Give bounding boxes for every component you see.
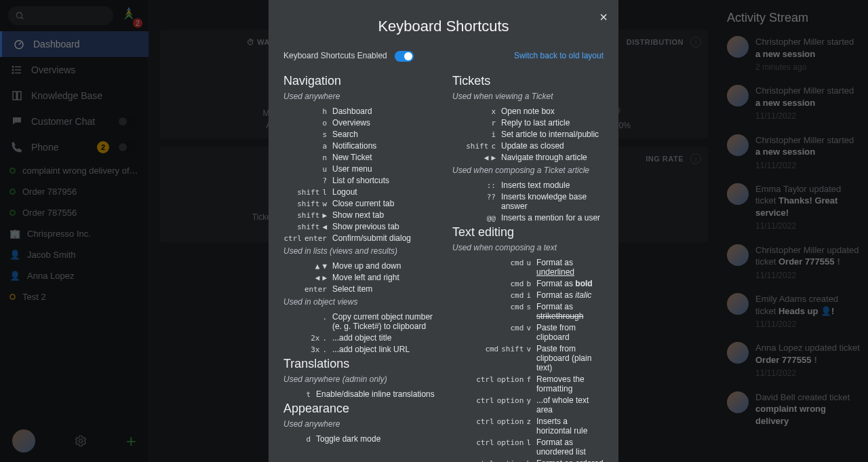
shortcut-row: rReply to last article <box>452 118 604 128</box>
shortcut-desc: Paste from clipboard <box>536 323 604 342</box>
shortcut-desc: Move left and right <box>332 273 435 282</box>
kbd-key: shift <box>501 345 524 353</box>
shortcut-desc: User menu <box>332 164 435 174</box>
kbd-key: option <box>497 459 524 462</box>
kbd-key: ctrl <box>283 234 302 243</box>
shortcut-row: nNew Ticket <box>283 153 435 162</box>
shortcut-desc: Format as unordered list <box>536 438 604 457</box>
shortcut-desc: Enable/disable inline translations <box>316 389 435 399</box>
kbd-key: option <box>497 417 524 426</box>
kbd-key: s <box>526 303 531 311</box>
shortcut-keys: ctrloptionk <box>452 459 531 462</box>
kbd-key: w <box>322 199 327 208</box>
shortcut-keys: d <box>283 435 311 444</box>
kbd-key: enter <box>304 285 327 294</box>
section-context: Used in lists (views and results) <box>283 246 435 256</box>
shortcut-keys: h <box>283 107 327 116</box>
shortcut-row: dToggle dark mode <box>283 434 435 444</box>
shortcut-keys: ctrloptiony <box>452 396 531 405</box>
kbd-key: enter <box>304 234 327 243</box>
shortcut-desc: Navigate through article <box>501 153 604 162</box>
section-context: Used when composing a text <box>452 243 604 252</box>
shortcut-desc: Paste from clipboard (plain text) <box>536 344 604 372</box>
shortcut-row: ctrlenterConfirm/submit dialog <box>283 233 435 243</box>
shortcut-desc: Format as bold <box>536 279 604 288</box>
shortcut-keys: cmdb <box>452 280 531 288</box>
shortcut-row: shift◀Show previous tab <box>283 222 435 231</box>
kbd-key: ctrl <box>476 375 494 384</box>
shortcut-row: cmdsFormat as strikethrough <box>452 302 604 321</box>
kbd-key: shift <box>297 211 319 220</box>
shortcut-desc: Logout <box>332 187 435 197</box>
shortcut-desc: Format as ordered list <box>536 459 604 462</box>
shortcut-desc: Show next tab <box>332 210 435 220</box>
kbd-key: ▶ <box>491 153 496 162</box>
shortcut-row: sSearch <box>283 130 435 139</box>
shortcut-keys: shiftl <box>283 188 327 197</box>
shortcut-row: cmdvPaste from clipboard <box>452 323 604 342</box>
kbd-key: i <box>526 291 531 300</box>
shortcut-row: iSet article to internal/public <box>452 130 604 139</box>
kbd-key: cmd <box>485 345 498 353</box>
shortcut-desc: List of shortcuts <box>332 176 435 185</box>
shortcut-desc: Notifications <box>332 141 435 151</box>
shortcut-row: ◀▶Move left and right <box>283 273 435 282</box>
modal-title: Keyboard Shortcuts <box>283 18 604 35</box>
kbd-key: cmd <box>511 258 524 267</box>
shortcut-desc: Format as italic <box>536 290 604 300</box>
shortcut-row: shiftlLogout <box>283 187 435 197</box>
shortcut-keys: 2x. <box>283 334 327 343</box>
shortcut-desc: Confirm/submit dialog <box>332 233 435 243</box>
kbd-key: x <box>491 107 496 116</box>
shortcut-keys: cmdshiftv <box>452 345 531 353</box>
shortcut-keys: ? <box>283 176 327 185</box>
kbd-key: v <box>526 324 531 332</box>
shortcut-row: ctrloptionkFormat as ordered list <box>452 459 604 462</box>
keyboard-shortcuts-modal: × Keyboard Shortcuts Keyboard Shortcuts … <box>269 0 618 462</box>
section-title: Navigation <box>283 74 435 88</box>
kbd-key: n <box>322 153 327 162</box>
shortcut-row: xOpen note box <box>452 107 604 116</box>
shortcut-keys: shift◀ <box>283 223 327 231</box>
shortcut-desc: Open note box <box>501 107 604 116</box>
shortcut-row: ctrloptionfRemoves the formatting <box>452 374 604 393</box>
kbd-key: option <box>497 438 524 447</box>
kbd-key: i <box>491 130 496 139</box>
kbd-key: h <box>322 107 327 116</box>
shortcut-keys: r <box>452 119 496 128</box>
kbd-key: ▶ <box>322 211 327 220</box>
section-context: Used anywhere <box>283 419 435 429</box>
shortcut-keys: n <box>283 153 327 162</box>
shortcuts-enabled-label: Keyboard Shortcuts Enabled <box>283 51 387 60</box>
section-title: Text editing <box>452 225 604 239</box>
kbd-key: 2x <box>311 334 319 343</box>
shortcut-desc: Inserts knowledge base answer <box>501 192 604 211</box>
shortcut-row: ctrloptionlFormat as unordered list <box>452 438 604 457</box>
shortcut-row: shiftwClose current tab <box>283 199 435 208</box>
shortcut-row: ?List of shortcuts <box>283 176 435 185</box>
shortcuts-enabled-toggle[interactable] <box>395 51 414 62</box>
section-context: Used anywhere <box>283 92 435 101</box>
kbd-key: . <box>322 334 327 343</box>
kbd-key: . <box>322 345 327 354</box>
kbd-key: shift <box>466 142 488 151</box>
kbd-key: cmd <box>511 291 524 300</box>
shortcut-desc: ...add object title <box>332 333 435 343</box>
kbd-key: shift <box>297 188 319 197</box>
section-context: Used in object views <box>283 297 435 307</box>
shortcut-keys: shiftc <box>452 142 496 151</box>
kbd-key: y <box>526 396 531 405</box>
shortcut-keys: t <box>283 390 311 399</box>
shortcut-desc: ...add object link URL <box>332 345 435 354</box>
close-icon[interactable]: × <box>599 9 608 25</box>
kbd-key: cmd <box>511 280 524 288</box>
shortcut-keys: :: <box>452 181 496 190</box>
shortcut-row: shift▶Show next tab <box>283 210 435 220</box>
shortcut-desc: Move up and down <box>332 261 435 271</box>
shortcut-keys: u <box>283 165 327 174</box>
shortcut-row: ctrloptionzInserts a horizontal rule <box>452 417 604 436</box>
shortcut-row: hDashboard <box>283 107 435 116</box>
shortcut-row: @@Inserts a mention for a user <box>452 213 604 223</box>
kbd-key: ◀ <box>322 223 327 231</box>
switch-old-layout-link[interactable]: Switch back to old layout <box>514 51 604 60</box>
